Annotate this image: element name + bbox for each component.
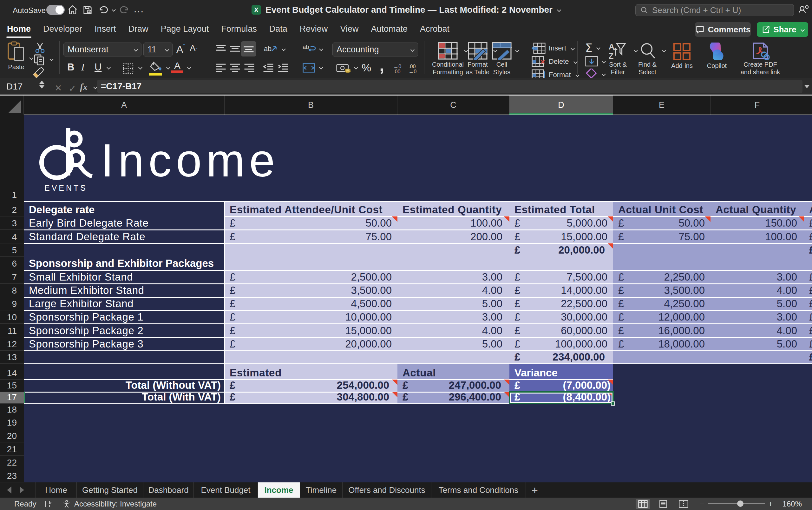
- cancel-entry-icon[interactable]: ✕: [55, 83, 62, 93]
- cell-G4[interactable]: £: [804, 230, 812, 244]
- merge-center-icon[interactable]: [302, 62, 316, 76]
- column-header-G[interactable]: [804, 95, 812, 115]
- sheet-tab-home[interactable]: Home: [35, 482, 77, 498]
- row-header-3[interactable]: 3: [0, 217, 24, 230]
- page-layout-view-icon[interactable]: [656, 499, 670, 509]
- font-name-select[interactable]: Montserrat: [63, 42, 142, 56]
- font-size-select[interactable]: 11: [143, 42, 173, 56]
- sheet-tab-timeline[interactable]: Timeline: [300, 482, 342, 498]
- cell-D9[interactable]: £22,500.00: [509, 297, 613, 310]
- column-header-B[interactable]: B: [224, 95, 397, 115]
- align-middle-icon[interactable]: [229, 44, 241, 56]
- cell-E10[interactable]: £12,000.00: [613, 310, 711, 324]
- ribbon-tab-view[interactable]: View: [339, 22, 359, 36]
- row-header-21[interactable]: 21: [0, 443, 24, 456]
- cell-G8[interactable]: £: [804, 284, 812, 297]
- row-header-12[interactable]: 12: [0, 337, 24, 351]
- accessibility-status[interactable]: Accessibility: Investigate: [74, 500, 157, 508]
- zoom-out-icon[interactable]: −: [699, 499, 704, 509]
- cut-icon[interactable]: [34, 42, 46, 55]
- currency-icon[interactable]: [336, 62, 351, 76]
- row-header-6[interactable]: 6: [0, 257, 24, 270]
- cell-F11[interactable]: 4.00: [711, 324, 804, 337]
- fill-handle[interactable]: [611, 401, 615, 405]
- cell-E4[interactable]: £75.00: [613, 230, 711, 244]
- currency-chevron-icon[interactable]: [354, 65, 358, 69]
- find-select-button[interactable]: Find &Select: [630, 42, 665, 76]
- cell-E8[interactable]: £3,500.00: [613, 284, 711, 297]
- orientation-icon[interactable]: ab: [263, 42, 277, 56]
- cell-D3[interactable]: £5,000.00: [509, 217, 613, 230]
- conditional-formatting-button[interactable]: ConditionalFormatting: [430, 42, 465, 76]
- autosum-button[interactable]: Σ: [585, 41, 600, 54]
- column-header-D[interactable]: D: [509, 95, 613, 115]
- ribbon-tab-automate[interactable]: Automate: [370, 22, 408, 36]
- formula-bar-expand-icon[interactable]: [803, 83, 811, 90]
- cell-F9[interactable]: 5.00: [711, 297, 804, 310]
- column-header-E[interactable]: E: [613, 95, 711, 115]
- ribbon-tab-home[interactable]: Home: [6, 22, 31, 36]
- normal-view-icon[interactable]: [636, 499, 650, 509]
- cell-C10[interactable]: 3.00: [397, 310, 509, 324]
- zoom-level[interactable]: 160%: [781, 500, 802, 508]
- row-header-5[interactable]: 5: [0, 244, 24, 257]
- cell-A10[interactable]: Sponsorship Package 1: [24, 310, 224, 324]
- cell-B14[interactable]: Estimated: [224, 364, 397, 379]
- column-header-C[interactable]: C: [397, 95, 509, 115]
- row-header-8[interactable]: 8: [0, 284, 24, 297]
- copilot-button[interactable]: Copilot: [702, 42, 732, 70]
- sheet-tab-offers-and-discounts[interactable]: Offers and Discounts: [342, 482, 431, 498]
- comma-style-icon[interactable]: ,: [379, 55, 385, 75]
- cell-D14[interactable]: Variance: [509, 364, 613, 379]
- borders-icon[interactable]: [122, 62, 134, 76]
- formula-input[interactable]: =C17-B17: [97, 80, 803, 93]
- add-ins-button[interactable]: Add-ins: [667, 42, 696, 70]
- font-color-chevron-icon[interactable]: [187, 65, 191, 69]
- cell-C8[interactable]: 4.00: [397, 284, 509, 297]
- row-header-22[interactable]: 22: [0, 456, 24, 469]
- cell-G11[interactable]: £: [804, 324, 812, 337]
- increase-font-icon[interactable]: Aˆ: [176, 43, 185, 55]
- percent-style-icon[interactable]: %: [362, 62, 371, 74]
- cell-C4[interactable]: 200.00: [397, 230, 509, 244]
- cell-E7[interactable]: £2,250.00: [613, 270, 711, 284]
- cell-B8[interactable]: £3,500.00: [224, 284, 397, 297]
- row-header-19[interactable]: 19: [0, 416, 24, 429]
- cell-D8[interactable]: £14,000.00: [509, 284, 613, 297]
- delete-cells-button[interactable]: Delete: [532, 56, 577, 67]
- cell-E3[interactable]: £50.00: [613, 217, 711, 230]
- cell-F12[interactable]: 5.00: [711, 337, 804, 351]
- align-top-icon[interactable]: [215, 44, 227, 56]
- row-header-17[interactable]: 17: [0, 392, 24, 404]
- cell-B17[interactable]: £304,800.00: [224, 392, 397, 404]
- row-header-4[interactable]: 4: [0, 230, 24, 244]
- cell-E12[interactable]: £18,000.00: [613, 337, 711, 351]
- column-header-A[interactable]: A: [24, 95, 224, 115]
- row-header-9[interactable]: 9: [0, 297, 24, 310]
- cell-E11[interactable]: £16,000.00: [613, 324, 711, 337]
- cell-D2[interactable]: Estimated Total: [509, 201, 613, 217]
- cell-A2[interactable]: Delegate rate: [24, 201, 224, 217]
- sheet-tab-event-budget[interactable]: Event Budget: [194, 482, 258, 498]
- cell-G12[interactable]: £: [804, 337, 812, 351]
- row-header-14[interactable]: 14: [0, 364, 24, 379]
- cell-C9[interactable]: 5.00: [397, 297, 509, 310]
- page-break-view-icon[interactable]: [676, 499, 691, 509]
- row-header-18[interactable]: 18: [0, 404, 24, 416]
- align-center-icon[interactable]: [229, 62, 241, 74]
- cell-B2[interactable]: Estimated Attendee/Unit Cost: [224, 201, 397, 217]
- ribbon-tab-acrobat[interactable]: Acrobat: [419, 22, 450, 36]
- cell-D5[interactable]: £20,000.00: [509, 244, 613, 257]
- row-header-15[interactable]: 15: [0, 379, 24, 392]
- cell-C14[interactable]: Actual: [397, 364, 509, 379]
- cell-D15[interactable]: £(7,000.00): [509, 379, 613, 392]
- cell-A11[interactable]: Sponsorship Package 2: [24, 324, 224, 337]
- accessibility-icon[interactable]: [62, 500, 71, 510]
- cell-B11[interactable]: £15,000.00: [224, 324, 397, 337]
- cell-F3[interactable]: 150.00: [711, 217, 804, 230]
- cell-G3[interactable]: £: [804, 217, 812, 230]
- cell-E9[interactable]: £4,250.00: [613, 297, 711, 310]
- italic-button[interactable]: I: [81, 62, 84, 73]
- add-sheet-button[interactable]: +: [526, 482, 544, 498]
- cell-D11[interactable]: £60,000.00: [509, 324, 613, 337]
